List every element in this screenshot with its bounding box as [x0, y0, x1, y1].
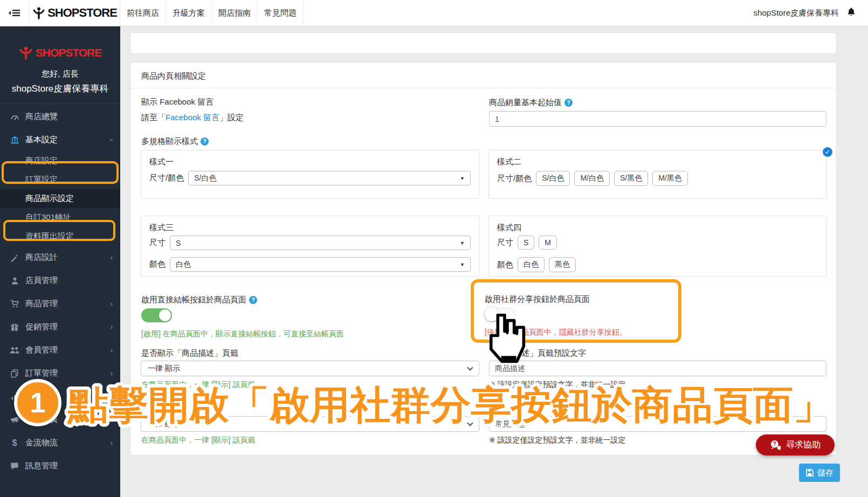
dropdown-arrow-icon: ▼ — [460, 240, 465, 246]
copy-files-icon — [10, 369, 19, 378]
nav-faq[interactable]: 常見問題 — [258, 0, 304, 26]
sidebar-subitem-custom-301-redirect[interactable]: 自訂301轉址 — [0, 208, 120, 227]
direct-checkout-label: 啟用直接結帳按鈕於商品頁面? — [141, 295, 257, 305]
save-floppy-icon — [805, 468, 814, 477]
user-icon — [10, 277, 19, 285]
nav-store-guide[interactable]: 開店指南 — [212, 0, 258, 26]
shopstore-logo-icon — [32, 6, 45, 19]
variant-pill[interactable]: S/白色 — [536, 171, 570, 186]
sidebar-subitem-product-display-settings[interactable]: 商品顯示設定 — [0, 189, 120, 208]
dollar-icon: $ — [10, 439, 19, 447]
variant-pill[interactable]: M/白色 — [574, 171, 610, 186]
desc-text-label: 「商品描述」頁籤預設文字 — [489, 348, 586, 358]
product-page-settings-card: 商品內頁相關設定 顯示 Facebook 留言 請至「Facebook 留言」設… — [130, 62, 837, 455]
topbar: SHOPSTORE 前往商店 升級方案 開店指南 常見問題 shopStore皮… — [0, 0, 868, 26]
multi-spec-label: 多規格顯示樣式? — [141, 136, 209, 147]
variant-pill[interactable]: S/黑色 — [614, 171, 648, 186]
chevron-right-icon: › — [111, 346, 113, 354]
nav-go-to-store[interactable]: 前往商店 — [120, 0, 166, 26]
sidebar-toggle-button[interactable] — [0, 0, 29, 26]
sidebar-basic-submenu: 商店設定 訂單設定 商品顯示設定 自訂301轉址 資料匯出設定 — [0, 151, 120, 246]
faq-text-note: ※ 該設定僅設定預設文字，並非統一設定 — [489, 436, 626, 445]
gift-icon — [10, 323, 19, 332]
size-pill[interactable]: M — [539, 236, 557, 250]
sidebar-item-basic-settings[interactable]: 基本設定 › — [0, 128, 120, 151]
topbar-store-name: shopStore皮膚保養專科 — [754, 8, 839, 18]
notifications-button[interactable] — [846, 7, 856, 19]
chevron-right-icon: › — [111, 439, 113, 447]
faq-text-input[interactable] — [489, 416, 826, 432]
help-icon[interactable]: ? — [249, 296, 257, 304]
sidebar-item-staff-management[interactable]: 店員管理 — [0, 269, 120, 292]
sidebar-item-store-design[interactable]: 商店設計 › — [0, 246, 120, 269]
style-one-variant-select[interactable]: S/白色▼ — [188, 171, 471, 185]
sidebar-item-member-management[interactable]: 會員管理 › — [0, 339, 120, 362]
save-button[interactable]: 儲存 — [799, 464, 840, 482]
annotation-step-badge: 1 — [14, 379, 61, 426]
facebook-comments-link[interactable]: Facebook 留言 — [166, 113, 219, 122]
variant-pill[interactable]: M/黑色 — [652, 171, 688, 186]
facebook-comments-hint: 請至「Facebook 留言」設定 — [141, 113, 244, 123]
facebook-comments-label: 顯示 Facebook 留言 — [141, 97, 213, 107]
sales-base-label: 商品銷量基本起始值? — [489, 98, 573, 108]
sidebar-subitem-order-settings[interactable]: 訂單設定 — [0, 170, 120, 189]
svg-text:?: ? — [773, 441, 776, 447]
sidebar-item-order-management[interactable]: 訂單管理 › — [0, 362, 120, 385]
sidebar-subitem-data-export-settings[interactable]: 資料匯出設定 — [0, 227, 120, 246]
sidebar-greeting: 您好, 店長 — [0, 69, 120, 79]
style-four-card[interactable]: 樣式四 尺寸 S M 顏色 白色 黑色 — [488, 216, 827, 277]
style-one-card[interactable]: 樣式一 尺寸/顏色 S/白色▼ — [141, 150, 479, 199]
card-divider — [130, 88, 836, 88]
dropdown-arrow-icon: ▼ — [460, 176, 465, 181]
sidebar-nav: 商店總覽 基本設定 › 商店設定 訂單設定 商品顯示設定 自訂301轉址 資料匯… — [0, 105, 120, 478]
chevron-right-icon: › — [111, 253, 113, 261]
gauge-icon — [10, 113, 19, 121]
sales-base-input[interactable] — [489, 111, 826, 127]
desc-tab-hint: 在商品頁面中，一律 [顯示] 該頁籤 — [141, 380, 256, 390]
bank-icon — [10, 136, 19, 144]
comment-icon — [10, 462, 19, 471]
chevron-right-icon: › — [111, 369, 113, 377]
social-share-toggle[interactable] — [485, 308, 515, 322]
help-icon[interactable]: ? — [564, 99, 573, 107]
desc-text-input[interactable] — [489, 361, 826, 376]
toggle-knob — [485, 307, 499, 321]
help-chat-icon: ? — [770, 440, 782, 451]
sidebar: SHOPSTORE 您好, 店長 shopStore皮膚保養專科 商店總覽 基本… — [0, 26, 120, 497]
sidebar-store-name: shopStore皮膚保養專科 — [0, 82, 120, 95]
sidebar-item-message-management[interactable]: 訊息管理 — [0, 454, 120, 478]
sidebar-item-store-overview[interactable]: 商店總覽 — [0, 105, 120, 128]
shopstore-logo-icon — [19, 46, 33, 60]
magic-wand-icon — [10, 253, 19, 262]
size-pill[interactable]: S — [518, 236, 534, 250]
faq-tab-select[interactable]: 一律 顯示 — [141, 416, 479, 432]
sidebar-item-promotion-management[interactable]: 促銷管理 › — [0, 315, 120, 339]
seek-help-button[interactable]: ? 尋求協助 — [756, 434, 835, 455]
sidebar-item-product-management[interactable]: 商品管理 › — [0, 292, 120, 315]
desc-tab-select[interactable]: 一律 顯示 — [141, 361, 479, 376]
sidebar-subitem-store-settings[interactable]: 商店設定 — [0, 151, 120, 170]
direct-checkout-toggle[interactable] — [141, 308, 172, 322]
topbar-logo[interactable]: SHOPSTORE — [29, 0, 120, 26]
style-three-card[interactable]: 樣式三 尺寸 S▼ 顏色 白色▼ — [141, 216, 479, 277]
sidebar-item-payment-logistics[interactable]: $ 金流物流 › — [0, 431, 120, 454]
color-pill[interactable]: 黑色 — [549, 257, 576, 272]
megaphone-icon — [10, 416, 19, 424]
bell-icon — [846, 7, 856, 17]
style-three-color-select[interactable]: 白色▼ — [170, 257, 471, 272]
nav-upgrade-plan[interactable]: 升級方案 — [166, 0, 212, 26]
topbar-logo-text: SHOPSTORE — [47, 6, 117, 20]
chevron-right-icon: › — [111, 416, 113, 424]
style-three-size-select[interactable]: S▼ — [170, 236, 471, 250]
social-share-highlight-box: 啟用社群分享按鈕於商品頁面 [停用] 在商品頁面中，隱藏社群分享按鈕。 — [471, 279, 681, 343]
chevron-right-icon: › — [111, 300, 113, 308]
color-pill[interactable]: 白色 — [518, 257, 545, 272]
hamburger-icon — [8, 9, 21, 17]
desc-text-note: ※ 該設定僅設定預設文字，並非統一設定 — [489, 380, 626, 390]
sidebar-logo: SHOPSTORE — [0, 46, 120, 60]
help-icon[interactable]: ? — [201, 137, 209, 146]
faq-tab-hint: 在商品頁面中，一律 [顯示] 該頁籤 — [141, 436, 256, 445]
toggle-knob — [159, 309, 171, 321]
users-icon — [10, 346, 19, 355]
style-two-card[interactable]: 樣式二 尺寸/顏色 S/白色 M/白色 S/黑色 M/黑色 — [488, 150, 827, 199]
